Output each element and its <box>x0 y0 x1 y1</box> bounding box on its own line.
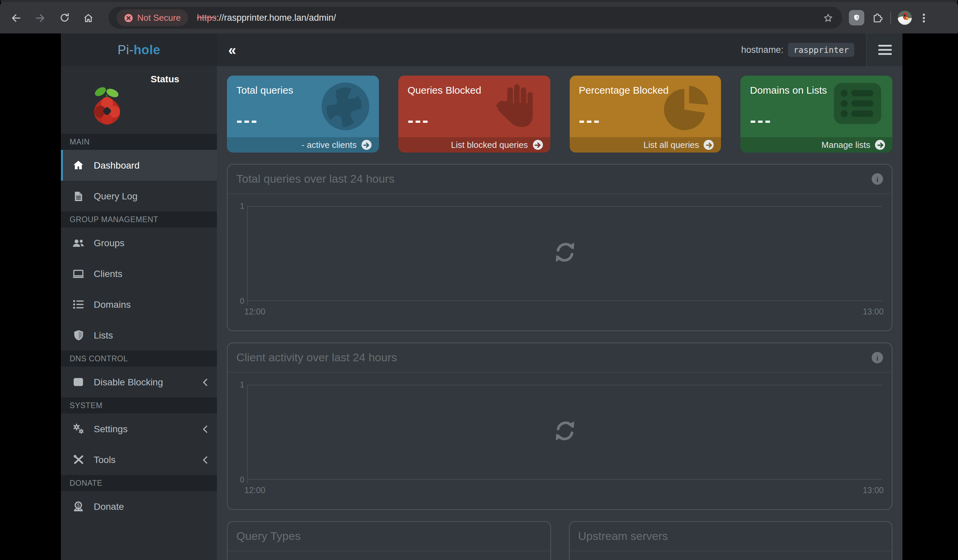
panel-title: Query Types <box>236 530 301 543</box>
password-extension-button[interactable] <box>849 10 864 25</box>
sidebar-item-clients[interactable]: Clients <box>61 258 217 289</box>
extensions-puzzle-icon[interactable] <box>871 11 884 24</box>
sidebar-item-domains[interactable]: Domains <box>61 289 217 320</box>
svg-text:$: $ <box>77 503 80 508</box>
shield-icon <box>63 330 94 340</box>
sidebar-item-donate[interactable]: $ Donate <box>61 491 217 522</box>
info-icon[interactable]: i <box>872 352 883 363</box>
shield-extension-icon <box>852 13 861 22</box>
sidebar-item-label: Dashboard <box>94 160 140 171</box>
main-area: « hostname: raspprinter Total queries --… <box>217 33 902 560</box>
hamburger-icon <box>878 45 891 55</box>
url-path: ://raspprinter.home.lan/admin/ <box>217 13 336 23</box>
panel-title: Total queries over last 24 hours <box>236 172 395 186</box>
y-axis-min-label: 0 <box>235 475 244 484</box>
card-footer-link[interactable]: - active clients <box>227 137 379 153</box>
back-button[interactable] <box>5 7 27 28</box>
card-total-queries[interactable]: Total queries --- - active clients <box>227 76 379 153</box>
url-text[interactable]: https://raspprinter.home.lan/admin/ <box>197 13 336 23</box>
sidebar-menu: MAIN Dashboard Query Log GROUP MANAGEMEN… <box>61 134 217 560</box>
card-footer-label: - active clients <box>301 140 357 150</box>
chart-body: 1 0 12:00 13:00 <box>228 373 892 510</box>
section-system: SYSTEM <box>61 397 217 413</box>
card-value: --- <box>579 112 601 130</box>
section-group-management: GROUP MANAGEMENT <box>61 211 217 228</box>
chevron-left-icon <box>201 455 208 464</box>
avatar-photo <box>898 11 912 25</box>
bookmark-star-icon[interactable] <box>822 12 834 24</box>
pie-chart-icon <box>663 81 713 132</box>
reload-button[interactable] <box>54 7 75 28</box>
chevron-left-icon <box>201 378 208 386</box>
card-queries-blocked[interactable]: Queries Blocked --- List blocked queries <box>398 76 550 153</box>
sidebar-item-lists[interactable]: Lists <box>61 320 217 351</box>
sidebar-item-tools[interactable]: Tools <box>61 444 217 475</box>
pihole-page: Pi-hole Status <box>61 33 902 560</box>
section-dns-control: DNS CONTROL <box>61 351 217 367</box>
arrow-circle-icon <box>362 140 371 150</box>
file-icon <box>63 191 94 201</box>
x-axis-start-label: 12:00 <box>244 486 265 495</box>
card-footer-label: List all queries <box>643 140 699 150</box>
panel-header: Client activity over last 24 hours i <box>228 343 892 373</box>
panel-total-queries-chart: Total queries over last 24 hours i 1 0 1… <box>227 164 892 331</box>
card-percentage-blocked[interactable]: Percentage Blocked --- List all queries <box>569 76 721 153</box>
reload-icon <box>59 12 70 24</box>
browser-menu-icon[interactable] <box>918 13 929 23</box>
card-domains-on-lists[interactable]: Domains on Lists --- Manage lists <box>741 76 893 153</box>
url-scheme: https <box>197 13 217 23</box>
card-value: --- <box>408 112 430 130</box>
sidebar-item-query-log[interactable]: Query Log <box>61 180 217 211</box>
panel-title: Client activity over last 24 hours <box>236 351 397 364</box>
card-footer-link[interactable]: Manage lists <box>741 137 893 153</box>
stat-cards: Total queries --- - active clients Queri… <box>227 76 892 153</box>
globe-icon <box>320 81 371 132</box>
address-bar[interactable]: Not Secure https://raspprinter.home.lan/… <box>108 7 842 29</box>
profile-avatar[interactable] <box>898 11 912 25</box>
toolbar-divider <box>890 12 891 24</box>
panel-query-types: Query Types <box>227 521 550 560</box>
raspberry-logo-icon <box>92 85 122 125</box>
arrow-circle-icon <box>704 140 714 150</box>
card-footer-link[interactable]: List all queries <box>569 137 721 153</box>
card-footer-label: Manage lists <box>822 140 870 150</box>
status-label: Status <box>151 74 179 84</box>
topbar-menu-button[interactable] <box>866 33 902 66</box>
card-title: Queries Blocked <box>408 84 481 96</box>
y-axis-max-label: 1 <box>235 380 244 389</box>
logo-text-pi: Pi- <box>117 43 133 57</box>
loading-spinner-icon <box>553 419 577 446</box>
sidebar-item-label: Tools <box>94 454 116 465</box>
gears-icon <box>63 424 94 434</box>
chart-plot-area: 1 0 12:00 13:00 <box>247 206 882 301</box>
not-secure-chip[interactable]: Not Secure <box>116 9 188 26</box>
laptop-icon <box>63 269 94 278</box>
sidebar-item-dashboard[interactable]: Dashboard <box>61 150 217 180</box>
sidebar-item-label: Disable Blocking <box>94 376 163 388</box>
card-title: Percentage Blocked <box>579 84 669 96</box>
sidebar-item-disable-blocking[interactable]: Disable Blocking <box>61 367 217 397</box>
card-title: Total queries <box>236 84 293 96</box>
forward-button[interactable] <box>29 7 51 28</box>
not-secure-icon <box>124 13 133 22</box>
dashboard-content: Total queries --- - active clients Queri… <box>217 66 902 560</box>
info-icon[interactable]: i <box>872 173 883 185</box>
card-value: --- <box>750 112 772 130</box>
tools-icon <box>63 454 94 465</box>
home-button[interactable] <box>78 7 99 28</box>
browser-toolbar: Not Secure https://raspprinter.home.lan/… <box>0 0 958 33</box>
x-axis-end-label: 13:00 <box>863 307 884 316</box>
pihole-logo[interactable]: Pi-hole <box>61 33 217 66</box>
donate-icon: $ <box>63 501 94 512</box>
sidebar-collapse-toggle[interactable]: « <box>228 43 236 57</box>
sidebar-item-settings[interactable]: Settings <box>61 413 217 444</box>
card-footer-link[interactable]: List blocked queries <box>398 137 550 153</box>
panel-header: Total queries over last 24 hours i <box>228 165 892 194</box>
list-icon <box>831 81 884 129</box>
arrow-circle-icon <box>533 140 542 150</box>
not-secure-label: Not Secure <box>137 13 181 23</box>
sidebar-item-label: Settings <box>94 424 127 434</box>
sidebar-item-groups[interactable]: Groups <box>61 228 217 258</box>
list-ul-icon <box>63 300 94 309</box>
toolbar-right-cluster <box>849 10 929 25</box>
